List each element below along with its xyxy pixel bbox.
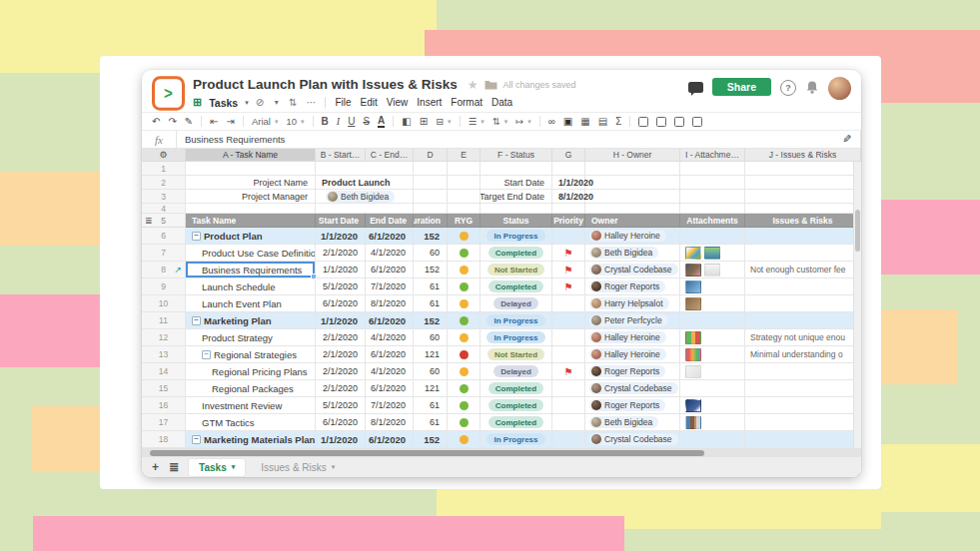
task-name-cell[interactable]: −Marketing Materials Plan xyxy=(186,431,316,448)
empty-cell[interactable] xyxy=(680,162,745,176)
info-value-cell[interactable] xyxy=(552,204,585,214)
font-family-select[interactable]: Arial▾ xyxy=(252,116,279,127)
column-header-a[interactable]: A - Task Name xyxy=(186,149,316,162)
owner-cell[interactable]: Roger Reports xyxy=(585,278,680,295)
empty-cell[interactable] xyxy=(448,204,481,214)
attachments-cell[interactable] xyxy=(680,380,745,397)
owner-cell[interactable]: Halley Heroine xyxy=(585,228,680,245)
duration-cell[interactable]: 121 xyxy=(414,346,448,363)
owner-cell[interactable]: Halley Heroine xyxy=(585,346,680,363)
borders-icon[interactable]: ⊞ xyxy=(420,117,428,127)
issues-risks-cell[interactable]: Minimal understanding o xyxy=(745,346,861,363)
table-header-priority[interactable]: Priority xyxy=(552,214,585,228)
owner-cell[interactable]: Halley Heroine xyxy=(585,329,680,346)
end-date-cell[interactable]: 7/1/2020 xyxy=(366,397,414,414)
priority-cell[interactable]: ⚑ xyxy=(552,245,585,262)
owner-cell[interactable]: Crystal Codebase xyxy=(585,431,680,448)
sheet-tab-issues-risks[interactable]: Issues & Risks▾ xyxy=(251,459,345,476)
info-value-cell[interactable] xyxy=(552,162,585,176)
status-chart-thumbnail[interactable] xyxy=(685,331,701,344)
info-label-cell[interactable]: Project Manager xyxy=(186,190,316,204)
end-date-cell[interactable]: 6/1/2020 xyxy=(366,312,414,329)
status-cell[interactable]: Not Started xyxy=(481,262,552,278)
ryg-cell[interactable] xyxy=(448,431,481,448)
unlock-icon[interactable] xyxy=(638,117,648,127)
vertical-align-icon[interactable]: ⇅▾ xyxy=(492,116,507,127)
smartsheet-logo[interactable]: > xyxy=(152,76,185,111)
ryg-cell[interactable] xyxy=(448,245,481,262)
attachments-cell[interactable] xyxy=(680,228,745,245)
duration-cell[interactable]: 61 xyxy=(414,397,448,414)
underline-button[interactable]: U xyxy=(348,117,355,127)
duration-cell[interactable]: 121 xyxy=(414,380,448,397)
empty-cell[interactable] xyxy=(448,190,481,204)
start-date-cell[interactable]: 5/1/2020 xyxy=(316,397,366,414)
undo-icon[interactable]: ↶ xyxy=(152,117,160,127)
end-date-cell[interactable]: 6/1/2020 xyxy=(366,346,414,363)
info-value-cell[interactable] xyxy=(316,162,414,176)
redo-icon[interactable]: ↷ xyxy=(168,117,176,127)
ryg-cell[interactable] xyxy=(448,312,481,329)
comment-icon[interactable]: ▣ xyxy=(563,117,572,127)
row-number-8[interactable]: 8↗ xyxy=(142,262,186,278)
attachments-cell[interactable] xyxy=(680,278,745,295)
menu-item-edit[interactable]: Edit xyxy=(361,97,378,108)
table-header-attachments[interactable]: Attachments xyxy=(680,214,745,228)
column-header-b[interactable]: B - Start… xyxy=(316,149,366,162)
menu-item-data[interactable]: Data xyxy=(491,97,512,108)
issues-risks-cell[interactable] xyxy=(745,397,861,414)
empty-cell[interactable] xyxy=(448,176,481,190)
task-name-cell[interactable]: Launch Schedule xyxy=(186,278,316,295)
comments-panel-icon[interactable] xyxy=(688,82,703,93)
duration-cell[interactable]: 152 xyxy=(414,228,448,245)
help-icon[interactable]: ? xyxy=(780,80,796,96)
task-name-cell[interactable]: Investment Review xyxy=(186,397,316,414)
status-cell[interactable]: In Progress xyxy=(481,431,552,448)
bell-icon[interactable] xyxy=(805,80,819,95)
ryg-cell[interactable] xyxy=(448,329,481,346)
strikethrough-button[interactable]: S xyxy=(363,117,370,127)
empty-cell[interactable] xyxy=(745,162,861,176)
export-icon[interactable] xyxy=(674,117,684,127)
italic-button[interactable]: I xyxy=(337,117,340,127)
sheet-title[interactable]: Product Launch Plan with Issues & Risks xyxy=(193,77,458,92)
priority-cell[interactable] xyxy=(552,397,585,414)
info-value-cell[interactable]: Product Launch xyxy=(316,176,414,190)
photo-thumbnail[interactable] xyxy=(685,264,701,276)
indent-increase-icon[interactable]: ⇥ xyxy=(227,117,235,127)
indent-decrease-icon[interactable]: ⇤ xyxy=(210,117,218,127)
info-label-cell[interactable] xyxy=(481,162,552,176)
column-header-h[interactable]: H - Owner xyxy=(585,149,680,162)
attachments-cell[interactable] xyxy=(680,312,745,329)
menu-item-view[interactable]: View xyxy=(387,97,409,108)
end-date-cell[interactable]: 4/1/2020 xyxy=(366,329,414,346)
start-date-cell[interactable]: 1/1/2020 xyxy=(316,431,366,448)
table-header-ryg[interactable]: RYG xyxy=(448,214,481,228)
row-number-4[interactable]: 4 xyxy=(142,204,186,214)
chart-thumbnail[interactable] xyxy=(685,247,701,260)
row-number-13[interactable]: 13 xyxy=(142,346,186,363)
duration-cell[interactable]: 60 xyxy=(414,329,448,346)
empty-cell[interactable] xyxy=(745,190,861,204)
table-header-end-date[interactable]: End Date xyxy=(366,214,414,228)
collapse-icon[interactable]: − xyxy=(192,316,201,325)
owner-cell[interactable]: Roger Reports xyxy=(585,363,680,380)
image-icon[interactable]: ▦ xyxy=(580,117,589,127)
issues-risks-cell[interactable]: Not enough customer fee xyxy=(745,262,861,278)
start-date-cell[interactable]: 6/1/2020 xyxy=(316,295,366,312)
horizontal-scrollbar-thumb[interactable] xyxy=(150,450,704,456)
ryg-cell[interactable] xyxy=(448,295,481,312)
vertical-scrollbar-thumb[interactable] xyxy=(855,210,860,252)
fill-color-icon[interactable]: ◧ xyxy=(402,117,411,127)
task-name-cell[interactable]: Product Use Case Definition xyxy=(186,245,316,262)
info-value-cell[interactable]: 8/1/2020 xyxy=(552,190,585,204)
status-cell[interactable]: Delayed xyxy=(481,295,552,312)
menu-item-insert[interactable]: Insert xyxy=(417,97,442,108)
issues-risks-cell[interactable] xyxy=(745,228,861,245)
end-date-cell[interactable]: 6/1/2020 xyxy=(366,380,414,397)
empty-cell[interactable] xyxy=(680,204,745,214)
status-cell[interactable]: Completed xyxy=(481,245,552,262)
bold-button[interactable]: B xyxy=(322,117,329,127)
attachments-cell[interactable] xyxy=(680,363,745,380)
expand-row-icon[interactable]: ↗ xyxy=(174,265,182,275)
